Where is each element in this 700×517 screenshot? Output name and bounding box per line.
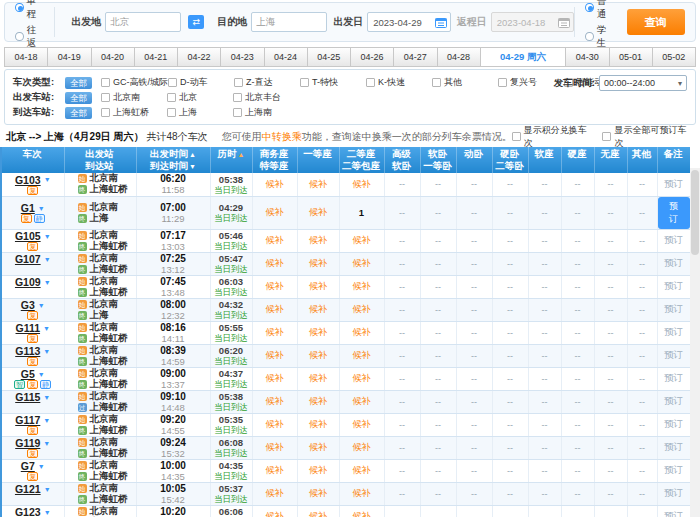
seat-waitlist-cell[interactable]: 候补 (297, 505, 339, 517)
train-number-link[interactable]: G1 (21, 202, 35, 214)
date-tab-04-18[interactable]: 04-18 (4, 47, 48, 67)
seat-waitlist-cell[interactable]: 候补 (252, 367, 297, 390)
seat-waitlist-cell[interactable]: 候补 (297, 459, 339, 482)
expand-caret-icon[interactable]: ▼ (44, 233, 51, 240)
column-header-软卧[interactable]: 软卧 一等卧 (420, 147, 456, 173)
seat-waitlist-cell[interactable]: 候补 (252, 196, 297, 229)
filter-checkbox-option[interactable]: 其他 (432, 76, 498, 89)
ticket-type-radio-selected[interactable]: 普通 (585, 0, 614, 21)
date-tab-04-21[interactable]: 04-21 (135, 47, 178, 67)
date-tab-04-26[interactable]: 04-26 (351, 47, 394, 67)
seat-waitlist-cell[interactable]: 候补 (297, 252, 339, 275)
filter-checkbox-option[interactable]: T-特快 (300, 76, 366, 89)
seat-waitlist-cell[interactable]: 候补 (252, 436, 297, 459)
column-header-动卧[interactable]: 动卧 (456, 147, 492, 173)
checkbox-icon[interactable] (167, 108, 176, 117)
column-header-出发时间[interactable]: 出发时间▲ 到达时间▼ (136, 147, 210, 173)
checkbox-icon[interactable] (234, 78, 243, 87)
scrollbar-track[interactable] (690, 168, 700, 517)
seat-waitlist-cell[interactable]: 候补 (339, 321, 384, 344)
filter-checkbox-option[interactable]: 上海虹桥 (101, 106, 167, 119)
filter-checkbox-option[interactable]: 北京南 (101, 91, 167, 104)
checkbox-icon[interactable] (498, 78, 507, 87)
filter-checkbox-option[interactable]: Z-直达 (234, 76, 300, 89)
expand-caret-icon[interactable]: ▼ (38, 302, 45, 309)
train-number-link[interactable]: G105 (15, 230, 41, 242)
seat-waitlist-cell[interactable]: 候补 (339, 390, 384, 413)
seat-waitlist-cell[interactable]: 候补 (297, 344, 339, 367)
swap-stations-icon[interactable]: ⇄ (188, 15, 204, 29)
filter-checkbox-option[interactable]: 北京丰台 (233, 91, 299, 104)
filter-all-tag[interactable]: 全部 (65, 92, 92, 104)
seat-waitlist-cell[interactable]: 候补 (252, 413, 297, 436)
seat-waitlist-cell[interactable]: 候补 (339, 367, 384, 390)
expand-caret-icon[interactable]: ▼ (43, 348, 50, 355)
book-button[interactable]: 预订 (658, 197, 690, 229)
train-number-link[interactable]: G111 (16, 322, 41, 334)
expand-caret-icon[interactable]: ▼ (43, 394, 50, 401)
transfer-link[interactable]: 中转换乘 (262, 131, 302, 142)
seat-waitlist-cell[interactable]: 候补 (339, 298, 384, 321)
train-number-link[interactable]: G115 (15, 391, 40, 403)
trip-type-radio-selected[interactable]: 单程 (15, 0, 44, 21)
expand-caret-icon[interactable]: ▼ (43, 417, 50, 424)
seat-waitlist-cell[interactable]: 候补 (339, 252, 384, 275)
column-header-一等座[interactable]: 一等座 (297, 147, 339, 173)
seat-waitlist-cell[interactable]: 候补 (252, 275, 297, 298)
train-number-link[interactable]: G123 (15, 506, 41, 517)
seat-waitlist-cell[interactable]: 候补 (339, 505, 384, 517)
depart-time-select[interactable]: 00:00--24:00 ▾ (599, 75, 687, 91)
seat-waitlist-cell[interactable]: 候补 (297, 367, 339, 390)
depart-date-input[interactable]: 2023-04-29 (367, 12, 451, 32)
date-tab-04-22[interactable]: 04-22 (178, 47, 221, 67)
trip-type-radio-option[interactable]: 往返 (15, 24, 44, 50)
filter-checkbox-option[interactable]: 显示全部可预订车次 (602, 124, 694, 150)
seat-waitlist-cell[interactable]: 候补 (339, 275, 384, 298)
seat-waitlist-cell[interactable]: 候补 (252, 505, 297, 517)
checkbox-icon[interactable] (432, 78, 441, 87)
checkbox-icon[interactable] (101, 93, 110, 102)
filter-checkbox-option[interactable]: 上海 (167, 106, 233, 119)
seat-waitlist-cell[interactable]: 候补 (297, 390, 339, 413)
expand-caret-icon[interactable]: ▼ (44, 486, 51, 493)
column-header-其他[interactable]: 其他 (627, 147, 657, 173)
date-tab-04-25[interactable]: 04-25 (308, 47, 351, 67)
checkbox-icon[interactable] (167, 93, 176, 102)
checkbox-icon[interactable] (101, 108, 110, 117)
ticket-type-radio-option[interactable]: 学生 (585, 24, 614, 50)
seat-waitlist-cell[interactable]: 候补 (297, 413, 339, 436)
column-header-车次[interactable]: 车次 (2, 147, 64, 173)
column-header-出发站[interactable]: 出发站 到达站 (64, 147, 136, 173)
seat-waitlist-cell[interactable]: 候补 (252, 459, 297, 482)
expand-caret-icon[interactable]: ▼ (44, 509, 51, 516)
column-header-二等座[interactable]: 二等座 二等包座 (339, 147, 384, 173)
filter-checkbox-option[interactable]: K-快速 (366, 76, 432, 89)
date-tab-04-23[interactable]: 04-23 (221, 47, 264, 67)
filter-all-tag[interactable]: 全部 (65, 107, 92, 119)
seat-waitlist-cell[interactable]: 候补 (252, 298, 297, 321)
seat-waitlist-cell[interactable]: 候补 (339, 344, 384, 367)
checkbox-icon[interactable] (366, 78, 375, 87)
checkbox-icon[interactable] (168, 78, 177, 87)
seat-waitlist-cell[interactable]: 候补 (297, 298, 339, 321)
seat-waitlist-cell[interactable]: 候补 (252, 482, 297, 505)
expand-caret-icon[interactable]: ▼ (43, 325, 50, 332)
filter-checkbox-option[interactable]: D-动车 (168, 76, 234, 89)
column-header-无座[interactable]: 无座 (594, 147, 627, 173)
seat-waitlist-cell[interactable]: 候补 (297, 196, 339, 229)
seat-waitlist-cell[interactable]: 候补 (297, 436, 339, 459)
expand-caret-icon[interactable]: ▼ (38, 463, 45, 470)
column-header-历时[interactable]: 历时▲ (210, 147, 252, 173)
filter-checkbox-option[interactable]: 北京 (167, 91, 233, 104)
train-number-link[interactable]: G113 (15, 345, 40, 357)
from-station-input[interactable] (105, 12, 181, 32)
filter-all-tag[interactable]: 全部 (65, 77, 92, 89)
date-tab-04-27[interactable]: 04-27 (394, 47, 437, 67)
date-tab-04-20[interactable]: 04-20 (92, 47, 135, 67)
seat-waitlist-cell[interactable]: 候补 (252, 390, 297, 413)
filter-checkbox-option[interactable]: GC-高铁/城际 (101, 76, 168, 89)
seat-waitlist-cell[interactable]: 候补 (252, 344, 297, 367)
seat-waitlist-cell[interactable]: 候补 (339, 413, 384, 436)
date-tab-04-19[interactable]: 04-19 (48, 47, 91, 67)
seat-waitlist-cell[interactable]: 候补 (297, 173, 339, 196)
